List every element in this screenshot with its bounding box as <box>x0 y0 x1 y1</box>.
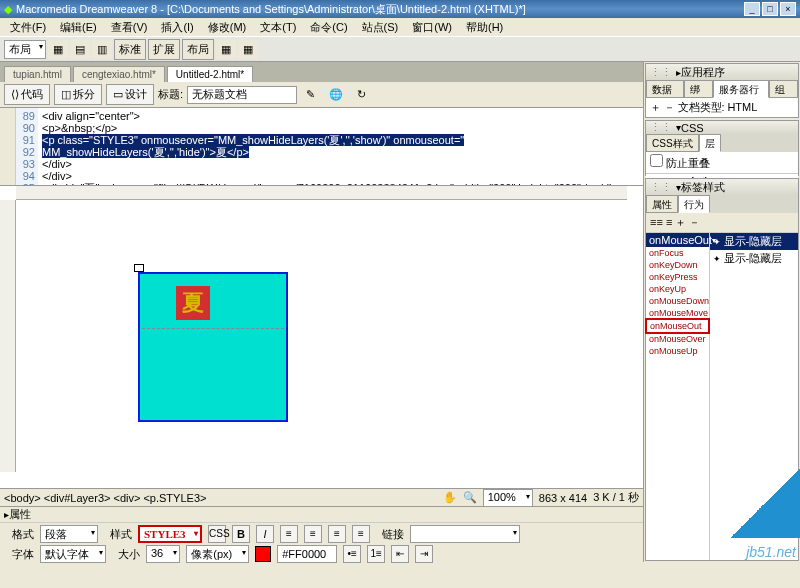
menu-view[interactable]: 查看(V) <box>105 18 154 37</box>
mode-layout[interactable]: 布局 <box>182 39 214 60</box>
style-dropdown[interactable]: STYLE3 <box>138 525 202 543</box>
bold-button[interactable]: B <box>232 525 250 543</box>
align-justify-button[interactable]: ≡ <box>352 525 370 543</box>
size-dropdown[interactable]: 36 <box>146 545 180 563</box>
behavior-remove-icon[interactable]: － <box>689 216 700 228</box>
tab-attributes[interactable]: 属性 <box>646 195 678 213</box>
color-swatch[interactable] <box>255 546 271 562</box>
align-left-button[interactable]: ≡ <box>280 525 298 543</box>
view-design[interactable]: ▭设计 <box>106 84 154 105</box>
window-size[interactable]: 863 x 414 <box>539 492 587 504</box>
hand-tool-icon[interactable]: ✋ <box>443 491 457 504</box>
close-button[interactable]: × <box>780 2 796 16</box>
event-item[interactable]: onFocus <box>646 247 709 259</box>
code-icon: ⟨⟩ <box>11 88 19 101</box>
code-text[interactable]: <div align="center"> <p>&nbsp;</p> <p cl… <box>38 108 643 185</box>
event-item[interactable]: onMouseMove <box>646 307 709 319</box>
event-item[interactable]: onMouseUp <box>646 345 709 357</box>
list-ol-button[interactable]: 1≡ <box>367 545 385 563</box>
list-ul-button[interactable]: •≡ <box>343 545 361 563</box>
tab-layers[interactable]: 层 <box>699 134 721 152</box>
view-code[interactable]: ⟨⟩代码 <box>4 84 50 105</box>
behavior-add-icon[interactable]: ＋ <box>675 216 686 228</box>
tb-icon-1[interactable]: ▦ <box>48 40 68 59</box>
event-item[interactable]: onMouseOver <box>646 333 709 345</box>
css-button[interactable]: CSS <box>208 525 226 543</box>
format-dropdown[interactable]: 段落 <box>40 525 98 543</box>
maximize-button[interactable]: □ <box>762 2 778 16</box>
title-input[interactable] <box>187 86 297 104</box>
mode-standard[interactable]: 标准 <box>114 39 146 60</box>
menu-window[interactable]: 窗口(W) <box>406 18 458 37</box>
css-panel: ⋮⋮▾ CSS CSS样式 层 防止重叠 👁名称Z 夏3 Layer31 <box>645 120 799 176</box>
tb-icon-2[interactable]: ▤ <box>70 40 90 59</box>
tab-untitled2[interactable]: Untitled-2.html* <box>167 66 253 82</box>
properties-header[interactable]: ▸ 属性 <box>0 507 643 523</box>
tb-preview-icon[interactable]: 🌐 <box>324 85 348 104</box>
zoom-dropdown[interactable]: 100% <box>483 489 533 507</box>
font-dropdown[interactable]: 默认字体 <box>40 545 106 563</box>
tb-refresh-icon[interactable]: ↻ <box>352 85 371 104</box>
design-view[interactable]: 夏 <box>0 186 643 488</box>
tab-css-styles[interactable]: CSS样式 <box>646 134 699 152</box>
tag-header[interactable]: ⋮⋮▾ 标签样式 <box>646 179 798 195</box>
align-center-button[interactable]: ≡ <box>304 525 322 543</box>
indent-button[interactable]: ⇥ <box>415 545 433 563</box>
menu-modify[interactable]: 修改(M) <box>202 18 253 37</box>
menu-help[interactable]: 帮助(H) <box>460 18 509 37</box>
tab-server-behaviors[interactable]: 服务器行为 <box>713 80 768 98</box>
layout-category-dropdown[interactable]: 布局 <box>4 40 46 59</box>
tb-icon-4[interactable]: ▦ <box>216 40 236 59</box>
view-split[interactable]: ◫拆分 <box>54 84 102 105</box>
tab-components[interactable]: 组件 <box>769 80 798 98</box>
menu-text[interactable]: 文本(T) <box>254 18 302 37</box>
tab-tupian[interactable]: tupian.html <box>4 66 71 82</box>
zoom-tool-icon[interactable]: 🔍 <box>463 491 477 504</box>
tab-cengtexiao[interactable]: cengtexiao.html* <box>73 66 165 82</box>
menu-commands[interactable]: 命令(C) <box>304 18 353 37</box>
tab-database[interactable]: 数据库 <box>646 80 684 98</box>
add-icon[interactable]: ＋ <box>650 101 661 113</box>
action-item[interactable]: ✦ 显示-隐藏层 <box>710 233 798 250</box>
code-view[interactable]: 89909192939495 <div align="center"> <p>&… <box>0 108 643 186</box>
menu-insert[interactable]: 插入(I) <box>155 18 199 37</box>
tb-icon-5[interactable]: ▦ <box>238 40 258 59</box>
layer-character[interactable]: 夏 <box>176 286 210 320</box>
actions-column: ✦ 显示-隐藏层 ✦ 显示-隐藏层 <box>710 233 798 560</box>
mode-expanded[interactable]: 扩展 <box>148 39 180 60</box>
event-item[interactable]: onMouseDown <box>646 295 709 307</box>
behavior-btn-1[interactable]: ≡≡ <box>650 216 663 228</box>
css-header[interactable]: ⋮⋮▾ CSS <box>646 121 798 134</box>
minimize-button[interactable]: _ <box>744 2 760 16</box>
event-item[interactable]: onKeyPress <box>646 271 709 283</box>
design-icon: ▭ <box>113 88 123 101</box>
layer-handle[interactable] <box>134 264 144 272</box>
prevent-overlap-checkbox[interactable] <box>650 154 663 167</box>
doctype-value: HTML <box>727 101 757 113</box>
tab-bindings[interactable]: 绑定 <box>684 80 713 98</box>
tab-behaviors[interactable]: 行为 <box>678 195 710 213</box>
italic-button[interactable]: I <box>256 525 274 543</box>
link-dropdown[interactable] <box>410 525 520 543</box>
menu-file[interactable]: 文件(F) <box>4 18 52 37</box>
behavior-btn-2[interactable]: ≡ <box>666 216 672 228</box>
size-unit-dropdown[interactable]: 像素(px) <box>186 545 249 563</box>
action-item[interactable]: ✦ 显示-隐藏层 <box>710 250 798 267</box>
menu-edit[interactable]: 编辑(E) <box>54 18 103 37</box>
event-item[interactable]: onKeyDown <box>646 259 709 271</box>
tb-validate-icon[interactable]: ✎ <box>301 85 320 104</box>
event-item-highlighted[interactable]: onMouseOut <box>645 318 710 334</box>
application-header[interactable]: ⋮⋮▸ 应用程序 <box>646 64 798 80</box>
menu-site[interactable]: 站点(S) <box>356 18 405 37</box>
tb-icon-3[interactable]: ▥ <box>92 40 112 59</box>
event-item[interactable]: onKeyUp <box>646 283 709 295</box>
tag-selector[interactable]: <body> <div#Layer3> <div> <p.STYLE3> <box>4 492 437 504</box>
align-right-button[interactable]: ≡ <box>328 525 346 543</box>
event-selected[interactable]: onMouseOut <box>646 233 709 247</box>
outdent-button[interactable]: ⇤ <box>391 545 409 563</box>
color-input[interactable] <box>277 545 337 563</box>
layer-box[interactable]: 夏 <box>138 272 288 422</box>
design-canvas[interactable]: 夏 <box>16 200 627 472</box>
application-panel: ⋮⋮▸ 应用程序 数据库 绑定 服务器行为 组件 ＋ － 文档类型: HTML <box>645 63 799 118</box>
remove-icon[interactable]: － <box>664 101 675 113</box>
